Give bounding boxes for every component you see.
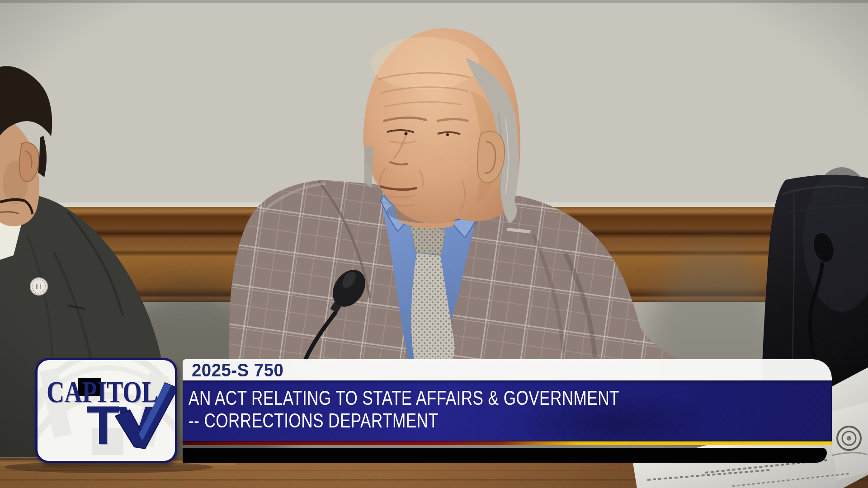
act-title-bar: AN ACT RELATING TO STATE AFFAIRS & GOVER… — [183, 380, 832, 441]
act-title-line2: -- CORRECTIONS DEPARTMENT — [189, 409, 832, 432]
checkmark-icon — [38, 360, 175, 461]
broadcast-frame: 2025-S 750 AN ACT RELATING TO STATE AFFA… — [0, 0, 868, 488]
station-logo: CAPITOL TV — [35, 358, 177, 463]
bill-number: 2025-S 750 — [192, 360, 283, 380]
accent-gradient-strip — [183, 441, 832, 445]
bill-number-bar: 2025-S 750 — [183, 359, 832, 380]
lower-third: 2025-S 750 AN ACT RELATING TO STATE AFFA… — [183, 359, 832, 463]
act-title-line1: AN ACT RELATING TO STATE AFFAIRS & GOVER… — [189, 387, 832, 409]
ticker-bar — [183, 448, 827, 463]
